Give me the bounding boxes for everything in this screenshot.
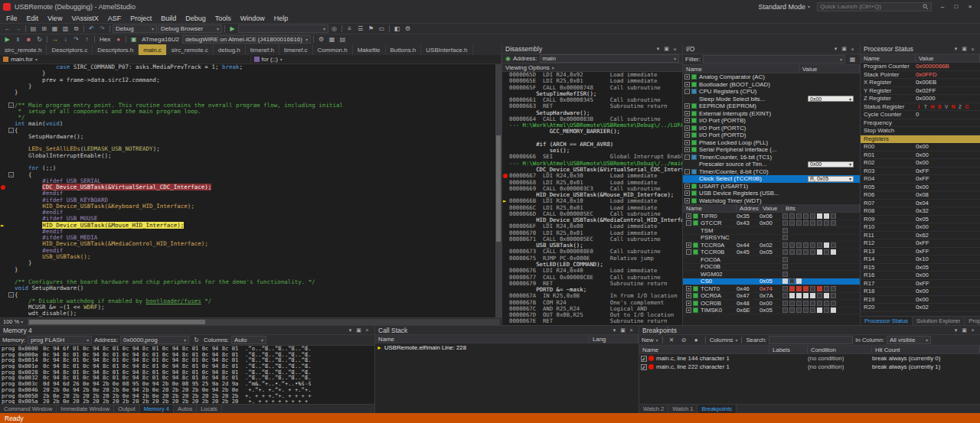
tree-expander-icon[interactable]: +	[684, 125, 690, 131]
io-tree-item[interactable]: -Timer/Counter, 16-bit (TC1)	[683, 154, 860, 161]
menu-debug[interactable]: Debug	[181, 15, 211, 22]
flag-I[interactable]: I	[916, 104, 922, 109]
bit-toggle[interactable]	[782, 242, 788, 248]
redo-icon[interactable]: ↷	[97, 24, 107, 34]
column-header-name[interactable]: Name	[639, 346, 769, 353]
bit-toggle[interactable]	[817, 301, 822, 306]
flag-V[interactable]: V	[943, 104, 949, 109]
tree-expander-icon[interactable]: +	[684, 190, 690, 196]
bit-toggle[interactable]	[831, 249, 836, 255]
io-tree-item[interactable]: +USART (USART1)	[683, 183, 860, 190]
bit-toggle[interactable]	[796, 278, 802, 284]
bit-toggle[interactable]	[831, 293, 836, 298]
io-register-row[interactable]: FOC0A	[683, 256, 860, 264]
toggle-all-breakpoints-icon[interactable]: ●	[691, 336, 701, 345]
start-debug-icon[interactable]: ▶	[227, 24, 237, 34]
bit-toggle[interactable]	[810, 293, 815, 298]
tab-sirc_remote.h[interactable]: sirc_remote.h	[0, 44, 47, 55]
close-icon[interactable]: ×	[848, 47, 857, 52]
tree-expander-icon[interactable]: +	[686, 242, 691, 248]
breakpoint-window-icon[interactable]: ●	[113, 35, 123, 44]
tree-expander-icon[interactable]: +	[686, 307, 691, 313]
column-header-lang[interactable]: Lang	[590, 335, 639, 343]
bit-toggle[interactable]	[782, 228, 788, 233]
column-header-value[interactable]: Value	[916, 54, 980, 62]
pin-icon[interactable]: ▣	[960, 327, 969, 334]
member-dropdown[interactable]: for (;;) ▾	[251, 55, 502, 63]
flag-N[interactable]: N	[950, 104, 956, 109]
bit-toggle[interactable]	[817, 286, 822, 291]
current-statement-icon[interactable]: ►	[0, 223, 8, 229]
zoom-selector[interactable]: 100 % ▾	[0, 318, 26, 325]
breakpoints-title-bar[interactable]: Breakpoints ▾ ▣ ×	[639, 326, 980, 335]
bit-toggle[interactable]	[796, 242, 802, 248]
dock-tab-breakpoints[interactable]: Breakpoints	[697, 405, 737, 413]
find-icon[interactable]: ◎	[329, 24, 339, 34]
registers-section-header[interactable]: Registers	[861, 135, 980, 144]
column-header-name[interactable]: Name	[683, 65, 799, 73]
undo-icon[interactable]: ↶	[87, 24, 96, 34]
tree-expander-icon[interactable]: +	[684, 132, 690, 138]
device-label[interactable]: ATmega16U2	[139, 36, 181, 43]
io-register-row[interactable]: +OCR0B0x480x00	[683, 300, 860, 307]
stop-icon[interactable]: ■	[24, 35, 34, 44]
step-over-icon[interactable]: ↷	[71, 35, 81, 44]
save-icon[interactable]: ▥	[60, 24, 70, 34]
close-icon[interactable]: ×	[671, 47, 679, 52]
io-tree-item[interactable]: Clock Select (TCCR0B)R, 0x05▾	[683, 175, 860, 183]
bit-toggle[interactable]	[782, 293, 788, 298]
io-value-combo[interactable]: R, 0x05▾	[808, 176, 854, 182]
bit-toggle[interactable]	[810, 307, 815, 313]
io-tree-item[interactable]: +External Interrupts (EXINT)	[683, 110, 860, 118]
tree-expander-icon[interactable]: +	[686, 301, 691, 306]
menu-build[interactable]: Build	[156, 15, 181, 22]
bit-toggle[interactable]	[831, 307, 836, 313]
fold-collapse-icon[interactable]: -	[8, 172, 14, 177]
bit-toggle[interactable]	[810, 242, 815, 248]
tree-expander-icon[interactable]: +	[684, 82, 690, 87]
io-tree-item[interactable]: Prescaler source of Tim...0x00▾	[683, 161, 860, 168]
tab-timeref.c[interactable]: timeref.c	[279, 44, 313, 55]
bit-toggle[interactable]	[831, 242, 836, 248]
pin-icon[interactable]: ▣	[662, 46, 671, 52]
bit-toggle[interactable]	[824, 242, 829, 248]
editor-scrollbar[interactable]	[495, 64, 501, 317]
memory-address-combo[interactable]: 0x0000,prog ▾	[120, 336, 189, 344]
bit-toggle[interactable]	[810, 286, 815, 291]
flag-H[interactable]: H	[929, 104, 936, 109]
tree-expander-icon[interactable]: +	[684, 198, 690, 203]
address-combo[interactable]: main ▾	[540, 54, 679, 63]
column-header-bits[interactable]: Bits	[782, 204, 860, 212]
dock-tab-autos[interactable]: Autos	[174, 405, 197, 413]
settings-icon[interactable]: ⚙	[403, 24, 413, 34]
column-header-name[interactable]: Name	[375, 335, 590, 343]
bit-toggle[interactable]	[803, 213, 808, 219]
dock-tab-immediate-window[interactable]: Immediate Window	[57, 405, 114, 413]
bit-toggle[interactable]	[824, 286, 829, 291]
io-tree-item[interactable]: +I/O Port (PORTC)	[683, 125, 860, 132]
bit-toggle[interactable]	[824, 249, 829, 255]
menu-vassistx[interactable]: VAssistX	[67, 15, 103, 22]
bit-toggle[interactable]	[789, 213, 795, 219]
column-header-value[interactable]: Value	[760, 204, 782, 212]
menu-edit[interactable]: Edit	[22, 15, 44, 22]
in-column-combo[interactable]: All visible ▾	[887, 336, 931, 344]
tree-expander-icon[interactable]: -	[684, 155, 690, 160]
column-header-name[interactable]: Name	[683, 204, 737, 212]
fold-collapse-icon[interactable]: -	[8, 128, 14, 133]
maximize-button[interactable]: □	[949, 2, 963, 11]
bit-toggle[interactable]	[782, 286, 788, 291]
step-out-icon[interactable]: ↑	[82, 35, 92, 44]
window-menu-icon[interactable]: ▾	[654, 46, 662, 52]
continue-icon[interactable]: ▶	[2, 35, 12, 44]
memory-title-bar[interactable]: Memory 4 ▾ ▣ ×	[0, 326, 374, 335]
device-settings-icon[interactable]: ⚙	[316, 35, 326, 44]
io-register-row[interactable]: PSRSYNC	[683, 235, 860, 242]
bit-toggle[interactable]	[824, 293, 829, 298]
breakpoint-checkbox[interactable]: ✓	[641, 364, 647, 370]
bit-toggle[interactable]	[824, 307, 829, 313]
io-title-bar[interactable]: I/O ▾ ▣ ×	[683, 44, 860, 54]
bit-toggle[interactable]	[796, 286, 802, 291]
io-value-combo[interactable]: 0x00▾	[808, 96, 854, 102]
bit-toggle[interactable]	[796, 213, 802, 219]
